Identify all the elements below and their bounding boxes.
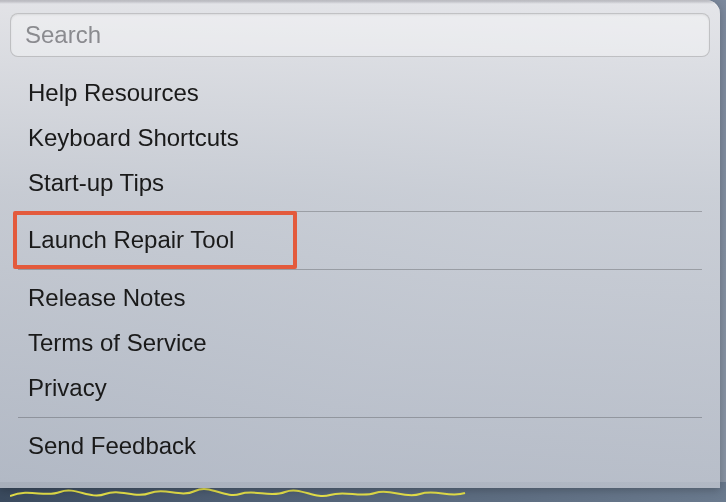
menu-item-release-notes[interactable]: Release Notes [0,276,720,321]
menu-item-startup-tips[interactable]: Start-up Tips [0,161,720,206]
menu-item-keyboard-shortcuts[interactable]: Keyboard Shortcuts [0,116,720,161]
menu-item-terms-of-service[interactable]: Terms of Service [0,321,720,366]
menu-item-help-resources[interactable]: Help Resources [0,71,720,116]
menu-item-launch-repair-tool[interactable]: Launch Repair Tool [0,218,720,263]
help-menu-panel: Help Resources Keyboard Shortcuts Start-… [0,0,720,488]
search-input[interactable] [10,13,710,57]
menu-item-privacy[interactable]: Privacy [0,366,720,411]
menu-item-send-feedback[interactable]: Send Feedback [0,424,720,469]
menu-separator [18,269,702,270]
search-container [0,4,720,65]
menu-separator [18,211,702,212]
help-menu-list: Help Resources Keyboard Shortcuts Start-… [0,65,720,468]
menu-separator [18,417,702,418]
